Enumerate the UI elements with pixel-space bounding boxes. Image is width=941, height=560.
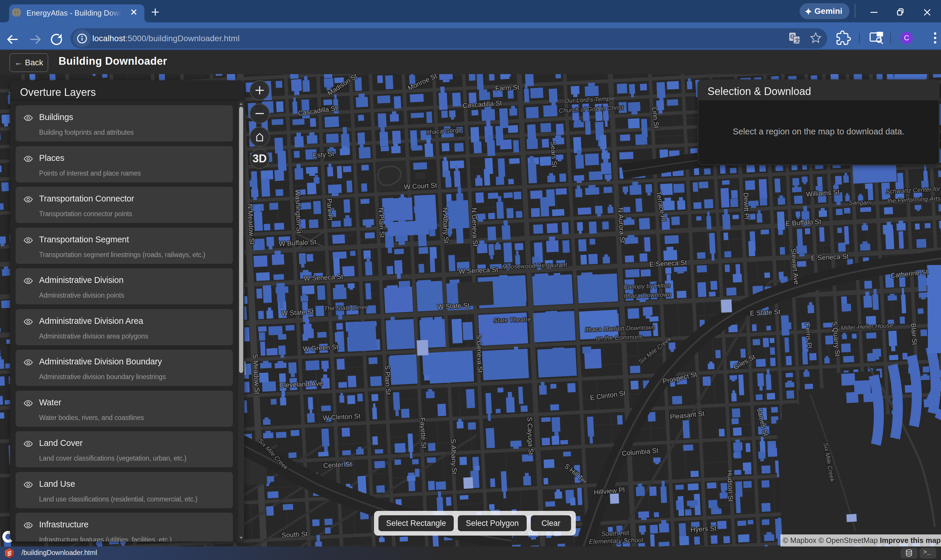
svg-text:文: 文 (795, 38, 800, 43)
